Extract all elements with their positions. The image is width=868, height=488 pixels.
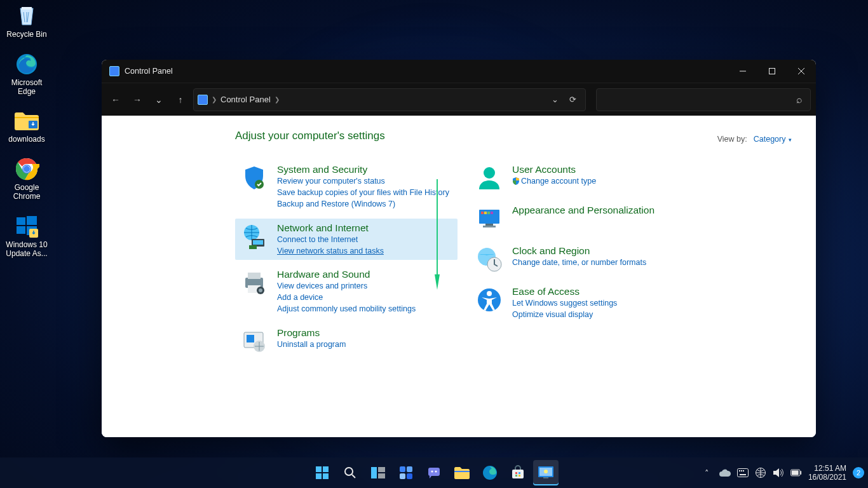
desktop-icon-chrome[interactable]: Google Chrome xyxy=(3,156,51,201)
category-title[interactable]: Appearance and Personalization xyxy=(512,205,654,216)
desktop-icons: Recycle Bin Microsoft Edge downloads Goo… xyxy=(3,3,51,258)
category-title[interactable]: Hardware and Sound xyxy=(277,269,416,280)
control-panel-icon xyxy=(109,66,119,76)
maximize-button[interactable] xyxy=(757,60,787,83)
navigation-bar: ← → ⌄ ↑ ❯ Control Panel ❯ ⌄ ⟳ ⌕ xyxy=(102,83,816,116)
svg-rect-54 xyxy=(512,470,524,478)
page-heading: Adjust your computer's settings xyxy=(235,130,797,142)
titlebar: Control Panel xyxy=(102,60,816,83)
svg-rect-37 xyxy=(316,466,322,472)
shield-icon xyxy=(240,164,268,192)
minimize-button[interactable] xyxy=(728,60,757,83)
category-link[interactable]: Uninstall a program xyxy=(277,339,346,350)
category-programs: Programs Uninstall a program xyxy=(235,323,458,359)
category-link[interactable]: Connect to the Internet xyxy=(277,234,384,245)
refresh-button[interactable]: ⟳ xyxy=(564,95,581,104)
taskbar-center xyxy=(309,460,559,485)
svg-rect-30 xyxy=(491,212,493,214)
category-title[interactable]: Ease of Access xyxy=(512,286,617,297)
category-title[interactable]: User Accounts xyxy=(512,164,596,175)
category-link[interactable]: Save backup copies of your files with Fi… xyxy=(277,187,449,198)
search-input[interactable]: ⌕ xyxy=(596,88,811,111)
category-title[interactable]: System and Security xyxy=(277,164,449,175)
category-link[interactable]: Optimize visual display xyxy=(512,309,617,320)
category-link[interactable]: Let Windows suggest settings xyxy=(512,298,617,309)
control-panel-taskbar-button[interactable] xyxy=(533,460,559,485)
svg-point-61 xyxy=(544,470,548,473)
category-link[interactable]: Adjust commonly used mobility settings xyxy=(277,304,416,315)
address-dropdown[interactable]: ⌄ xyxy=(546,95,564,104)
store-button[interactable] xyxy=(505,460,531,485)
svg-rect-40 xyxy=(323,473,329,479)
svg-point-25 xyxy=(484,167,495,179)
svg-rect-15 xyxy=(253,240,263,245)
chevron-right-icon: ❯ xyxy=(210,96,218,103)
close-button[interactable] xyxy=(787,60,816,83)
category-title[interactable]: Network and Internet xyxy=(277,222,384,234)
chat-button[interactable] xyxy=(421,460,447,485)
svg-rect-38 xyxy=(323,466,329,472)
onedrive-icon[interactable] xyxy=(719,467,731,478)
battery-icon[interactable] xyxy=(790,467,802,478)
file-explorer-button[interactable] xyxy=(449,460,475,485)
categories-left: System and Security Review your computer… xyxy=(235,160,458,364)
widgets-button[interactable] xyxy=(393,460,419,485)
tray-overflow-button[interactable]: ˄ xyxy=(702,467,713,478)
svg-point-21 xyxy=(259,288,262,292)
category-title[interactable]: Programs xyxy=(277,327,346,339)
search-button[interactable] xyxy=(337,460,363,485)
svg-rect-63 xyxy=(737,469,748,477)
uac-shield-icon xyxy=(512,177,520,185)
svg-rect-47 xyxy=(400,473,405,479)
volume-icon[interactable] xyxy=(773,467,784,478)
category-hardware-sound: Hardware and Sound View devices and prin… xyxy=(235,265,458,318)
category-user-accounts: User Accounts Change account type xyxy=(470,160,693,196)
taskbar: ˄ 12:51 AM 16/08/2021 2 xyxy=(0,458,868,488)
category-link[interactable]: Review your computer's status xyxy=(277,176,449,187)
svg-point-41 xyxy=(345,468,353,475)
up-button[interactable]: ↑ xyxy=(172,87,189,112)
breadcrumb-item[interactable]: Control Panel xyxy=(218,95,273,104)
svg-rect-29 xyxy=(487,212,490,214)
category-link[interactable]: Change account type xyxy=(512,176,596,187)
category-ease-of-access: Ease of Access Let Windows suggest setti… xyxy=(470,282,693,324)
svg-rect-64 xyxy=(739,470,740,471)
desktop-icon-recycle-bin[interactable]: Recycle Bin xyxy=(3,3,51,39)
back-button[interactable]: ← xyxy=(107,87,125,112)
category-link[interactable]: View devices and printers xyxy=(277,281,416,292)
task-view-button[interactable] xyxy=(365,460,391,485)
svg-rect-49 xyxy=(428,468,440,476)
category-title[interactable]: Clock and Region xyxy=(512,245,646,257)
svg-rect-52 xyxy=(454,471,470,472)
svg-rect-43 xyxy=(378,467,385,472)
monitor-icon xyxy=(475,205,503,233)
forward-button[interactable]: → xyxy=(128,87,146,112)
chevron-down-icon: ▾ xyxy=(787,137,792,143)
desktop-icon-edge[interactable]: Microsoft Edge xyxy=(3,51,51,97)
edge-button[interactable] xyxy=(477,460,503,485)
chrome-icon xyxy=(13,156,40,182)
category-link[interactable]: Change date, time, or number formats xyxy=(512,257,646,268)
recent-dropdown[interactable]: ⌄ xyxy=(150,87,168,112)
svg-rect-67 xyxy=(740,474,746,475)
input-indicator-icon[interactable] xyxy=(737,467,749,478)
search-icon: ⌕ xyxy=(796,94,803,105)
category-link[interactable]: Backup and Restore (Windows 7) xyxy=(277,199,449,210)
category-link-hover[interactable]: View network status and tasks xyxy=(277,246,384,257)
desktop-icon-downloads[interactable]: downloads xyxy=(3,107,51,144)
clock-button[interactable]: 12:51 AM 16/08/2021 xyxy=(808,464,846,482)
category-appearance: Appearance and Personalization xyxy=(470,201,693,236)
svg-rect-32 xyxy=(483,226,496,227)
category-link[interactable]: Add a device xyxy=(277,292,416,303)
address-bar[interactable]: ❯ Control Panel ❯ ⌄ ⟳ xyxy=(193,88,586,111)
category-clock-region: Clock and Region Change date, time, or n… xyxy=(470,241,693,277)
svg-rect-6 xyxy=(17,217,25,225)
desktop-icon-win10-update[interactable]: Windows 10 Update As... xyxy=(3,213,51,259)
window-title: Control Panel xyxy=(125,67,173,76)
network-icon[interactable] xyxy=(755,467,766,478)
svg-point-5 xyxy=(24,166,30,172)
svg-rect-62 xyxy=(543,477,548,478)
notifications-button[interactable]: 2 xyxy=(853,467,864,478)
view-by-dropdown[interactable]: Category ▾ xyxy=(754,135,792,144)
start-button[interactable] xyxy=(309,460,335,485)
